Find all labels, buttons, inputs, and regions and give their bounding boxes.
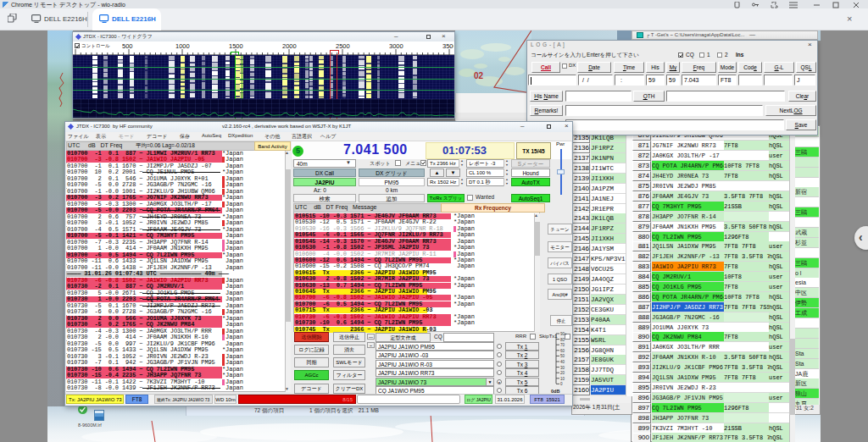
svg-text:70: 70	[560, 343, 565, 347]
svg-text:50: 50	[560, 354, 565, 358]
svg-text:10: 10	[560, 377, 565, 381]
svg-text:0: 0	[560, 382, 563, 386]
svg-text:40: 40	[560, 360, 565, 364]
svg-text:60: 60	[560, 349, 565, 353]
svg-text:20: 20	[560, 371, 565, 375]
svg-text:90+: 90+	[560, 332, 567, 336]
svg-text:80: 80	[560, 338, 565, 342]
svg-text:30: 30	[560, 366, 565, 370]
svg-text:02: 02	[474, 71, 484, 80]
